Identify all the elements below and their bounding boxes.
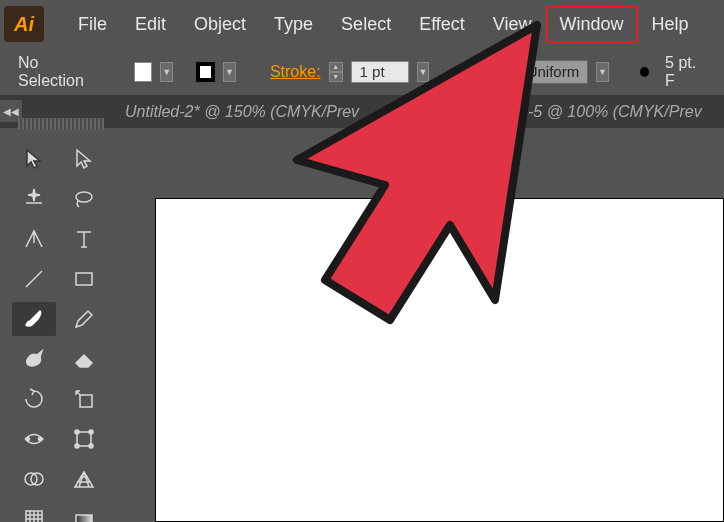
app-logo: Ai: [4, 6, 44, 42]
svg-rect-1: [76, 273, 92, 285]
stroke-step-down[interactable]: ▼: [329, 72, 343, 82]
selection-tool[interactable]: [12, 142, 56, 176]
profile-dropdown[interactable]: ▼: [596, 62, 609, 82]
lasso-tool[interactable]: [62, 182, 106, 216]
profile-field[interactable]: Uniform: [518, 60, 589, 84]
document-tab-1[interactable]: Untitled-2* @ 150% (CMYK/Prev: [115, 103, 369, 121]
svg-rect-5: [77, 432, 91, 446]
tools-panel: [8, 138, 110, 522]
stroke-label[interactable]: Stroke:: [270, 63, 321, 81]
menu-view[interactable]: View: [479, 6, 546, 43]
stroke-swatch-dropdown[interactable]: ▼: [223, 62, 236, 82]
stroke-swatch[interactable]: [196, 62, 215, 82]
svg-point-3: [27, 438, 30, 441]
brush-preview-icon: [640, 67, 649, 77]
width-tool[interactable]: [12, 422, 56, 456]
menu-file[interactable]: File: [64, 6, 121, 43]
fill-dropdown[interactable]: ▼: [160, 62, 173, 82]
direct-selection-tool[interactable]: [62, 142, 106, 176]
menu-help[interactable]: Help: [638, 6, 703, 43]
document-tab-2[interactable]: d-5 @ 100% (CMYK/Prev: [509, 103, 712, 121]
line-tool[interactable]: [12, 262, 56, 296]
stroke-stepper[interactable]: ▲ ▼: [329, 62, 343, 82]
svg-point-8: [75, 444, 79, 448]
svg-point-6: [75, 430, 79, 434]
blob-brush-tool[interactable]: [12, 342, 56, 376]
type-tool[interactable]: [62, 222, 106, 256]
toolbar-grip[interactable]: [18, 118, 104, 130]
selection-status: No Selection: [18, 54, 100, 90]
menu-object[interactable]: Object: [180, 6, 260, 43]
svg-rect-13: [76, 515, 92, 522]
menu-type[interactable]: Type: [260, 6, 327, 43]
rotate-tool[interactable]: [12, 382, 56, 416]
svg-point-9: [89, 444, 93, 448]
perspective-grid-tool[interactable]: [62, 462, 106, 496]
svg-point-4: [39, 438, 42, 441]
scale-tool[interactable]: [62, 382, 106, 416]
brush-size: 5 pt. F: [665, 54, 706, 90]
fill-swatch[interactable]: [134, 62, 152, 82]
pencil-tool[interactable]: [62, 302, 106, 336]
document-tabs: Untitled-2* @ 150% (CMYK/Prev d-5 @ 100%…: [0, 96, 724, 128]
menu-select[interactable]: Select: [327, 6, 405, 43]
gradient-tool[interactable]: [62, 502, 106, 522]
rectangle-tool[interactable]: [62, 262, 106, 296]
eraser-tool[interactable]: [62, 342, 106, 376]
svg-point-7: [89, 430, 93, 434]
stroke-value-dropdown[interactable]: ▼: [417, 62, 430, 82]
menu-bar: Ai File Edit Object Type Select Effect V…: [0, 0, 724, 48]
free-transform-tool[interactable]: [62, 422, 106, 456]
stroke-value-field[interactable]: 1 pt: [351, 61, 409, 83]
paintbrush-tool[interactable]: [12, 302, 56, 336]
menu-window[interactable]: Window: [546, 6, 638, 43]
canvas-area: [115, 128, 724, 522]
svg-point-0: [76, 192, 92, 202]
control-bar: No Selection ▼ ▼ Stroke: ▲ ▼ 1 pt ▼ Unif…: [0, 48, 724, 96]
mesh-tool[interactable]: [12, 502, 56, 522]
stroke-step-up[interactable]: ▲: [329, 62, 343, 72]
magic-wand-tool[interactable]: [12, 182, 56, 216]
pen-tool[interactable]: [12, 222, 56, 256]
svg-rect-2: [80, 395, 92, 407]
artboard[interactable]: [155, 198, 724, 522]
menu-edit[interactable]: Edit: [121, 6, 180, 43]
shape-builder-tool[interactable]: [12, 462, 56, 496]
menu-effect[interactable]: Effect: [405, 6, 479, 43]
